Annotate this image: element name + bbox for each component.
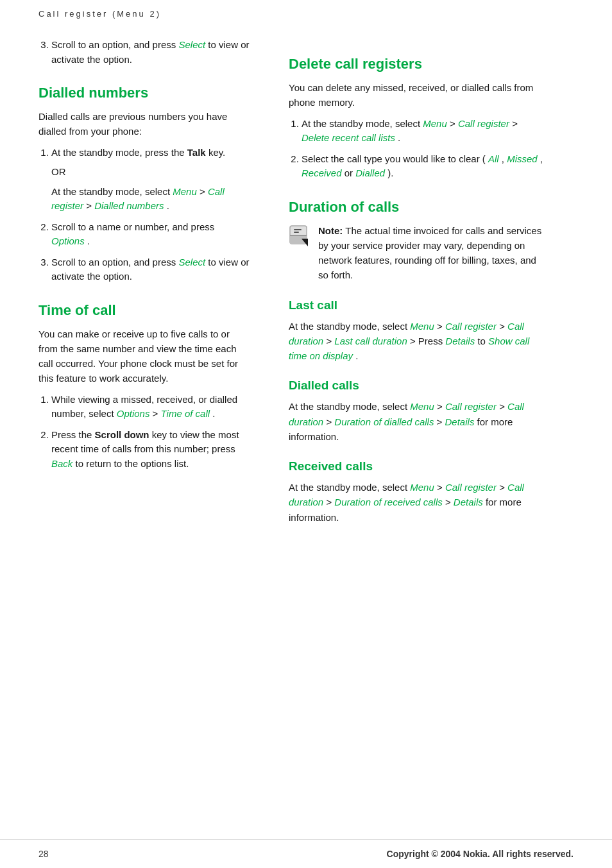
time-of-call-step-2: Press the Scroll down key to view the mo… bbox=[51, 428, 250, 472]
dialled-numbers-step-3: Scroll to an option, and press Select to… bbox=[51, 255, 250, 284]
svg-rect-2 bbox=[290, 235, 307, 236]
details-link-2[interactable]: Details bbox=[445, 416, 475, 427]
delete-call-registers-section: Delete call registers You can delete any… bbox=[289, 56, 545, 181]
back-link[interactable]: Back bbox=[51, 458, 72, 469]
duration-received-link[interactable]: Duration of received calls bbox=[334, 497, 442, 507]
duration-dialled-link[interactable]: Duration of dialled calls bbox=[334, 416, 434, 427]
call-register-link-5[interactable]: Call register bbox=[445, 482, 497, 493]
last-call-duration-link[interactable]: Last call duration bbox=[334, 336, 407, 346]
select-link-1[interactable]: Select bbox=[178, 257, 205, 268]
intro-list-item-3: Scroll to an option, and press Select to… bbox=[51, 38, 250, 67]
missed-link[interactable]: Missed bbox=[507, 153, 538, 164]
dialled-numbers-step-2: Scroll to a name or number, and press Op… bbox=[51, 220, 250, 249]
dialled-numbers-section: Dialled numbers Dialled calls are previo… bbox=[38, 85, 250, 284]
copyright-text: Copyright © 2004 Nokia. All rights reser… bbox=[387, 849, 574, 859]
intro-step3: Scroll to an option, and press Select to… bbox=[38, 38, 250, 67]
call-register-link-2[interactable]: Call register bbox=[458, 118, 509, 129]
dialled-numbers-heading: Dialled numbers bbox=[38, 85, 250, 101]
delete-call-registers-list: At the standby mode, select Menu > Call … bbox=[289, 117, 545, 181]
menu-link-4[interactable]: Menu bbox=[410, 401, 434, 412]
talk-key: Talk bbox=[187, 147, 206, 158]
delete-call-registers-heading: Delete call registers bbox=[289, 56, 545, 72]
note-text: Note: The actual time invoiced for calls… bbox=[318, 223, 545, 283]
page: Call register (Menu 2) Scroll to an opti… bbox=[0, 0, 612, 868]
time-of-call-heading: Time of call bbox=[38, 302, 250, 319]
time-of-call-description: You can make or receive up to five calls… bbox=[38, 327, 250, 386]
call-register-link-4[interactable]: Call register bbox=[445, 401, 497, 412]
note-label: Note: bbox=[318, 225, 343, 236]
received-link-1[interactable]: Received bbox=[302, 167, 342, 178]
delete-step-2: Select the call type you would like to c… bbox=[302, 152, 545, 181]
duration-of-calls-section: Duration of calls Note: bbox=[289, 199, 545, 283]
delete-call-registers-description: You can delete any missed, received, or … bbox=[289, 80, 545, 110]
time-of-call-section: Time of call You can make or receive up … bbox=[38, 302, 250, 472]
time-of-call-step-1: While viewing a missed, received, or dia… bbox=[51, 393, 250, 421]
last-call-heading: Last call bbox=[289, 298, 545, 312]
note-content: The actual time invoiced for calls and s… bbox=[318, 225, 541, 281]
page-footer: 28 Copyright © 2004 Nokia. All rights re… bbox=[0, 839, 612, 868]
note-icon bbox=[289, 225, 310, 246]
right-column: Delete call registers You can delete any… bbox=[269, 25, 584, 801]
received-calls-heading: Received calls bbox=[289, 459, 545, 473]
dialled-calls-section: Dialled calls At the standby mode, selec… bbox=[289, 379, 545, 444]
delete-step-1: At the standby mode, select Menu > Call … bbox=[302, 117, 545, 146]
dialled-numbers-step-1: At the standby mode, press the Talk key.… bbox=[51, 146, 250, 214]
options-link-2[interactable]: Options bbox=[117, 408, 150, 419]
last-call-section: Last call At the standby mode, select Me… bbox=[289, 298, 545, 364]
or-block: OR bbox=[51, 165, 250, 180]
received-calls-text: At the standby mode, select Menu > Call … bbox=[289, 480, 545, 525]
call-register-link-3[interactable]: Call register bbox=[445, 321, 497, 332]
menu-link-1[interactable]: Menu bbox=[173, 186, 197, 197]
details-link-3[interactable]: Details bbox=[454, 497, 483, 507]
left-column: Scroll to an option, and press Select to… bbox=[0, 25, 269, 801]
or-text-block: At the standby mode, select Menu > Call … bbox=[51, 185, 250, 214]
delete-recent-link[interactable]: Delete recent call lists bbox=[302, 132, 395, 143]
time-of-call-list: While viewing a missed, received, or dia… bbox=[38, 393, 250, 472]
page-header: Call register (Menu 2) bbox=[0, 0, 612, 25]
content-area: Scroll to an option, and press Select to… bbox=[0, 25, 612, 839]
dialled-numbers-list: At the standby mode, press the Talk key.… bbox=[38, 146, 250, 284]
svg-rect-4 bbox=[294, 232, 299, 233]
options-link-1[interactable]: Options bbox=[51, 235, 85, 246]
menu-link-3[interactable]: Menu bbox=[410, 321, 434, 332]
received-calls-section: Received calls At the standby mode, sele… bbox=[289, 459, 545, 525]
intro-select-link[interactable]: Select bbox=[178, 39, 205, 50]
note-box: Note: The actual time invoiced for calls… bbox=[289, 223, 545, 283]
details-link-1[interactable]: Details bbox=[445, 336, 475, 346]
scroll-down-key: Scroll down bbox=[95, 429, 149, 440]
last-call-text: At the standby mode, select Menu > Call … bbox=[289, 319, 545, 364]
all-link[interactable]: All bbox=[488, 153, 499, 164]
svg-rect-3 bbox=[294, 229, 302, 230]
menu-link-5[interactable]: Menu bbox=[410, 482, 434, 493]
duration-of-calls-heading: Duration of calls bbox=[289, 199, 545, 216]
header-text: Call register (Menu 2) bbox=[38, 9, 161, 19]
dialled-calls-heading: Dialled calls bbox=[289, 379, 545, 393]
time-of-call-link[interactable]: Time of call bbox=[161, 408, 210, 419]
dialled-calls-text: At the standby mode, select Menu > Call … bbox=[289, 399, 545, 444]
page-number: 28 bbox=[38, 849, 49, 859]
dialled-numbers-description: Dialled calls are previous numbers you h… bbox=[38, 109, 250, 139]
show-call-time-link[interactable]: Show call time on display bbox=[289, 336, 529, 361]
menu-link-2[interactable]: Menu bbox=[423, 118, 447, 129]
dialled-link[interactable]: Dialled bbox=[355, 167, 385, 178]
dialled-numbers-link[interactable]: Dialled numbers bbox=[94, 200, 164, 211]
